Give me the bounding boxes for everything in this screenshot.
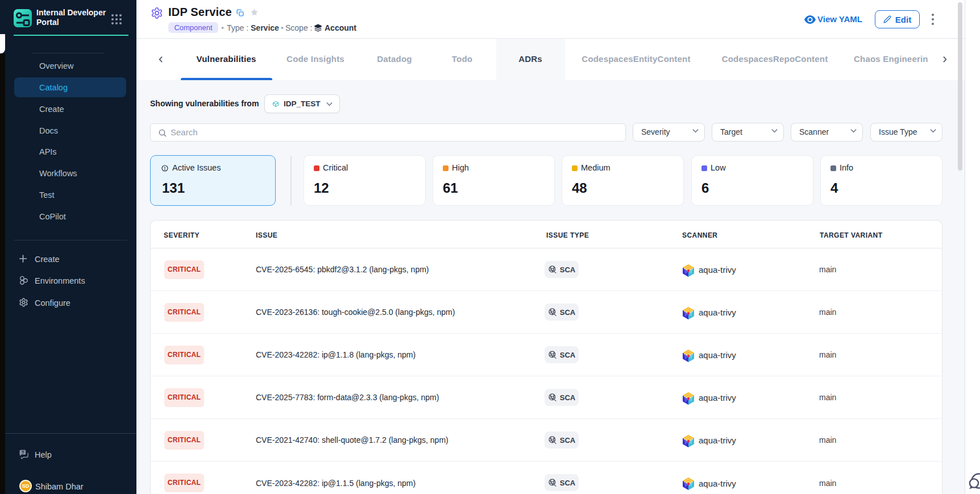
svg-text:?: ?: [21, 450, 24, 455]
